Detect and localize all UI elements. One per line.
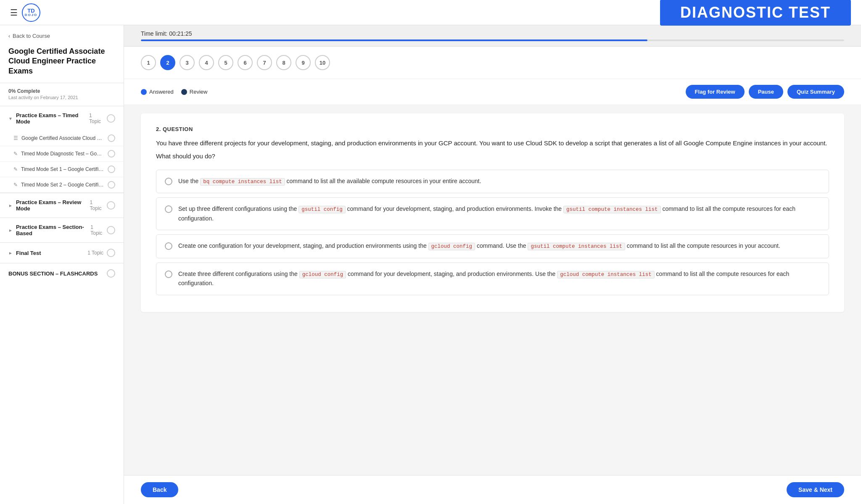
- hamburger-icon[interactable]: ☰: [10, 8, 18, 18]
- q-num-7[interactable]: 7: [257, 55, 272, 70]
- answer-text-a: Use the bq compute instances list comman…: [178, 177, 481, 186]
- top-header: ☰ TD DOJO DIAGNOSTIC TEST: [0, 0, 861, 25]
- q-num-6[interactable]: 6: [238, 55, 253, 70]
- sidebar-item-gca-list[interactable]: ☰ Google Certified Associate Cloud Engin…: [0, 131, 124, 146]
- code-gsutil-list: gsutil compute instances list: [563, 206, 661, 213]
- progress-pct: 0% Complete: [8, 88, 115, 94]
- timer-bar: Time limit: 00:21:25: [124, 25, 861, 47]
- timer-label: Time limit: 00:21:25: [141, 30, 844, 37]
- legend: Answered Review: [141, 89, 207, 95]
- review-label: Review: [190, 89, 208, 95]
- list-icon: ☰: [13, 135, 18, 141]
- course-title: Google Certified Associate Cloud Enginee…: [0, 43, 124, 83]
- sidebar-item-timed-set1[interactable]: ✎ Timed Mode Set 1 – Google Certified As: [0, 162, 124, 177]
- diagnostic-banner: DIAGNOSTIC TEST: [660, 0, 851, 26]
- sidebar-section-final-test-label: Final Test: [16, 250, 41, 256]
- bonus-check: [107, 269, 115, 278]
- sidebar-section-final-test-header[interactable]: ► Final Test 1 Topic: [0, 243, 124, 263]
- q-num-2[interactable]: 2: [160, 55, 175, 70]
- q-num-5[interactable]: 5: [218, 55, 233, 70]
- q-num-10[interactable]: 10: [315, 55, 330, 70]
- answered-label: Answered: [149, 89, 174, 95]
- sidebar-item-timed-set1-check: [108, 165, 115, 173]
- sidebar-item-timed-set2-check: [108, 181, 115, 189]
- question-label: 2. QUESTION: [156, 126, 829, 132]
- sidebar-section-review-mode-header[interactable]: ► Practice Exams – Review Mode 1 Topic: [0, 193, 124, 218]
- answer-option-a[interactable]: Use the bq compute instances list comman…: [156, 170, 829, 193]
- sidebar-item-timed-diagnostic-check: [108, 150, 115, 158]
- answer-text-d: Create three different configurations us…: [178, 270, 820, 288]
- sidebar-section-section-based: ► Practice Exams – Section-Based 1 Topic: [0, 218, 124, 243]
- sidebar-item-gca-list-check: [108, 134, 115, 142]
- progress-area: 0% Complete Last activity on February 17…: [0, 83, 124, 106]
- question-sub: What should you do?: [156, 152, 829, 160]
- code-gcloud-list-d: gcloud compute instances list: [557, 271, 655, 278]
- radio-b: [165, 205, 172, 213]
- q-num-1[interactable]: 1: [141, 55, 156, 70]
- q-num-4[interactable]: 4: [199, 55, 214, 70]
- question-text: You have three different projects for yo…: [156, 138, 829, 148]
- sidebar-section-timed-mode-header[interactable]: ▼ Practice Exams – Timed Mode 1 Topic: [0, 106, 124, 131]
- sidebar-item-gca-list-label: Google Certified Associate Cloud Engine: [21, 135, 104, 141]
- content-area: Time limit: 00:21:25 1 2 3 4 5 6 7 8 9 1…: [124, 25, 861, 504]
- review-mode-check: [107, 201, 115, 210]
- chevron-right-icon-1: ►: [8, 203, 13, 208]
- section-based-topic-count: 1 Topic: [90, 224, 103, 236]
- section-based-check: [107, 226, 115, 234]
- answer-option-c[interactable]: Create one configuration for your develo…: [156, 234, 829, 258]
- code-gsutil-list-c: gsutil compute instances list: [528, 243, 625, 250]
- review-mode-topic-count: 1 Topic: [90, 200, 103, 211]
- back-to-course-label: Back to Course: [13, 33, 50, 39]
- logo-area: ☰ TD DOJO: [10, 3, 40, 22]
- sidebar-item-timed-diagnostic[interactable]: ✎ Timed Mode Diagnostic Test – Google C: [0, 146, 124, 162]
- final-test-topic-count: 1 Topic: [87, 250, 103, 256]
- answer-text-b: Set up three different configurations us…: [178, 205, 820, 223]
- answer-option-d[interactable]: Create three different configurations us…: [156, 262, 829, 295]
- sidebar-item-timed-set2[interactable]: ✎ Timed Mode Set 2 – Google Certified As: [0, 177, 124, 193]
- sidebar-item-timed-diagnostic-label: Timed Mode Diagnostic Test – Google C: [21, 151, 104, 157]
- back-button[interactable]: Back: [141, 482, 178, 497]
- action-buttons: Flag for Review Pause: [686, 85, 783, 99]
- radio-a: [165, 178, 172, 185]
- edit-icon-3: ✎: [13, 182, 18, 188]
- answer-text-c: Create one configuration for your develo…: [178, 242, 780, 251]
- timer-progress-fill: [141, 39, 647, 41]
- save-next-button[interactable]: Save & Next: [787, 482, 844, 497]
- main-layout: ‹ Back to Course Google Certified Associ…: [0, 25, 861, 504]
- code-gcloud-config-d: gcloud config: [299, 271, 346, 278]
- chevron-right-icon-2: ►: [8, 228, 13, 233]
- q-num-8[interactable]: 8: [276, 55, 291, 70]
- timed-mode-topic-count: 1 Topic: [89, 113, 103, 124]
- sidebar-section-bonus[interactable]: BONUS SECTION – FLASHCARDS: [0, 263, 124, 284]
- pause-button[interactable]: Pause: [749, 85, 783, 99]
- sidebar-section-section-based-header[interactable]: ► Practice Exams – Section-Based 1 Topic: [0, 218, 124, 242]
- legend-answered: Answered: [141, 89, 174, 95]
- question-content: 2. QUESTION You have three different pro…: [141, 113, 844, 312]
- radio-c: [165, 242, 172, 250]
- q-num-3[interactable]: 3: [180, 55, 195, 70]
- sidebar-item-timed-set1-label: Timed Mode Set 1 – Google Certified As: [21, 166, 104, 172]
- bottom-nav: Back Save & Next: [124, 475, 861, 504]
- edit-icon-2: ✎: [13, 166, 18, 172]
- edit-icon-1: ✎: [13, 151, 18, 157]
- chevron-down-icon: ▼: [8, 116, 13, 121]
- review-dot: [181, 89, 187, 95]
- timed-mode-check: [107, 114, 115, 123]
- sidebar-section-review-mode: ► Practice Exams – Review Mode 1 Topic: [0, 193, 124, 218]
- sidebar-section-timed-mode: ▼ Practice Exams – Timed Mode 1 Topic ☰ …: [0, 106, 124, 193]
- question-nav: 1 2 3 4 5 6 7 8 9 10: [124, 47, 861, 79]
- radio-d: [165, 270, 172, 278]
- logo: TD DOJO: [22, 3, 40, 22]
- timer-progress-bar: [141, 39, 844, 41]
- flag-review-button[interactable]: Flag for Review: [686, 85, 745, 99]
- sidebar: ‹ Back to Course Google Certified Associ…: [0, 25, 124, 504]
- sidebar-section-final-test: ► Final Test 1 Topic: [0, 243, 124, 263]
- sidebar-section-review-mode-label: Practice Exams – Review Mode: [16, 199, 90, 212]
- answer-option-b[interactable]: Set up three different configurations us…: [156, 197, 829, 230]
- logo-dojo: DOJO: [25, 13, 38, 17]
- quiz-summary-button[interactable]: Quiz Summary: [787, 85, 844, 99]
- bonus-label: BONUS SECTION – FLASHCARDS: [8, 270, 98, 277]
- back-to-course-link[interactable]: ‹ Back to Course: [0, 25, 124, 43]
- q-num-9[interactable]: 9: [296, 55, 311, 70]
- code-gsutil-config: gsutil config: [298, 206, 346, 213]
